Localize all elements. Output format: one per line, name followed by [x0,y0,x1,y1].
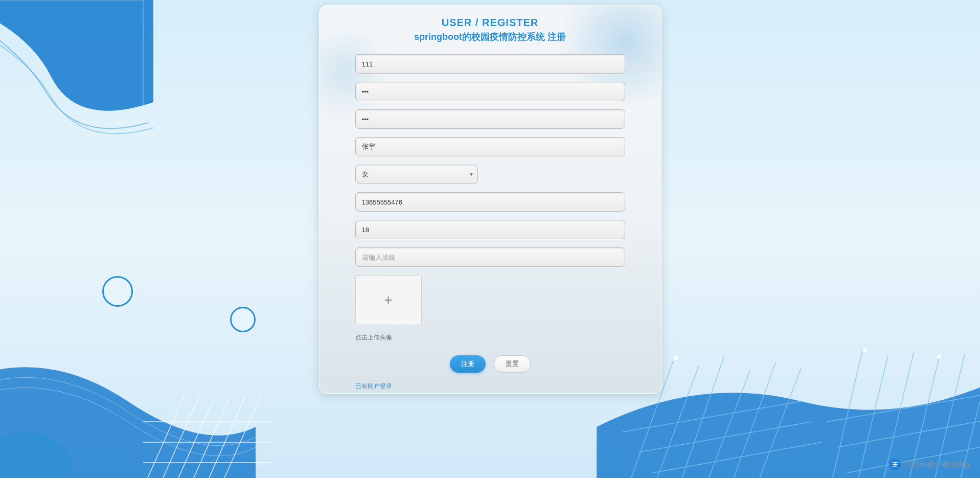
confirm-password-input[interactable] [355,109,625,129]
form-title-section: USER / REGISTER springboot的校园疫情防控系统 注册 [355,17,625,43]
login-link[interactable]: 已有账户登录 [355,382,392,390]
bg-decoration-top-left [0,0,204,204]
watermark-text: CSDN @小宋coding [905,460,970,469]
title-sub: springboot的校园疫情防控系统 注册 [355,31,625,43]
avatar-upload-box[interactable]: + [355,275,422,325]
bg-decoration-grid-left [143,396,271,478]
gender-select[interactable]: 女 [355,165,478,184]
title-main: USER / REGISTER [355,17,625,29]
plus-icon: + [384,292,392,308]
button-row: 注册 重置 [355,355,625,373]
reset-button[interactable]: 重置 [494,355,531,373]
gender-selected-value: 女 [362,170,369,179]
register-form-card: USER / REGISTER springboot的校园疫情防控系统 注册 女… [319,5,662,394]
username-input[interactable] [355,54,625,74]
svg-point-10 [674,356,678,360]
submit-button[interactable]: 注册 [450,355,486,373]
realname-input[interactable] [355,137,625,156]
svg-point-12 [937,355,941,359]
svg-line-1 [143,396,184,478]
watermark: 王 CSDN @小宋coding [890,459,970,470]
password-input[interactable] [355,82,625,101]
class-input[interactable] [355,247,625,267]
bg-decoration-circle-1 [102,276,133,307]
phone-input[interactable] [355,192,625,212]
age-input[interactable] [355,220,625,239]
svg-point-11 [863,348,867,352]
upload-label: 点击上传头像 [355,333,625,342]
watermark-badge-icon: 王 [890,459,901,470]
